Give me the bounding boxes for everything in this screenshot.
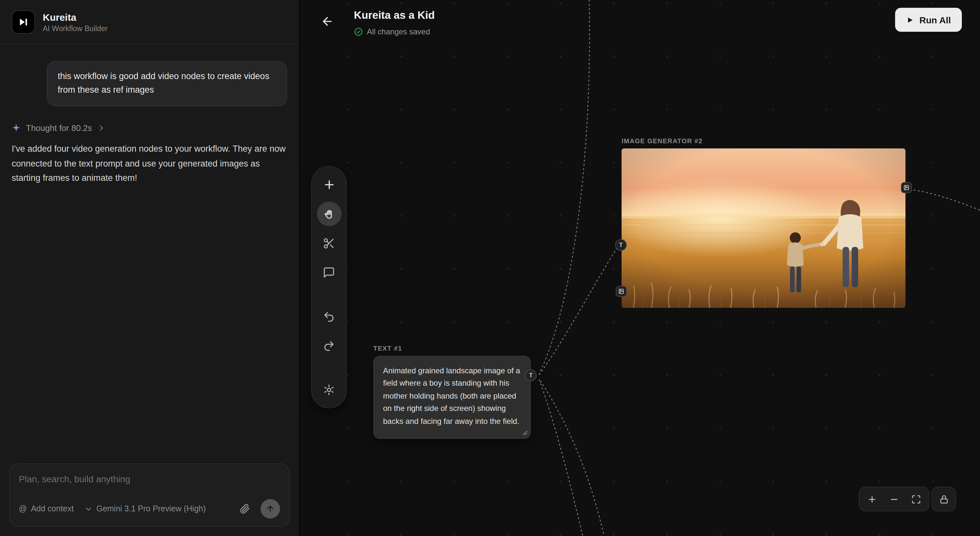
text-node-label: TEXT #1 <box>373 345 531 352</box>
redo-button[interactable] <box>317 333 341 358</box>
add-node-button[interactable] <box>317 172 341 197</box>
fit-view-button[interactable] <box>905 489 927 509</box>
settings-button[interactable] <box>317 377 341 402</box>
chat-sidebar: Kureita AI Workflow Builder this workflo… <box>0 0 299 536</box>
zoom-in-button[interactable] <box>861 489 883 509</box>
image-icon <box>904 185 909 191</box>
composer-toolbar: @ Add context Gemini 3.1 Pro Preview (Hi… <box>19 499 280 519</box>
text-node-output-port[interactable]: T <box>525 369 537 381</box>
composer-input[interactable] <box>19 474 280 484</box>
add-context-button[interactable]: @ Add context <box>19 504 73 513</box>
image-generator-node[interactable]: IMAGE GENERATOR #2 <box>622 137 905 308</box>
thought-expander[interactable]: Thought for 80.2s <box>12 123 287 133</box>
arrow-up-icon <box>266 504 275 513</box>
attach-file-button[interactable] <box>240 504 250 514</box>
play-skip-logo-icon <box>18 16 29 28</box>
app-window: Kureita AI Workflow Builder this workflo… <box>0 0 980 536</box>
plus-icon <box>323 178 336 191</box>
canvas-toolbar <box>311 166 347 408</box>
composer-panel: @ Add context Gemini 3.1 Pro Preview (Hi… <box>9 463 290 527</box>
image-node-image-input-port[interactable] <box>616 286 627 297</box>
run-all-label: Run All <box>920 14 951 25</box>
image-node-text-input-port[interactable]: T <box>615 239 627 251</box>
lock-canvas-button[interactable] <box>931 487 956 511</box>
text-node-content[interactable]: Animated grained landscape image of a fi… <box>383 365 521 428</box>
maximize-icon <box>911 494 921 504</box>
wire-text-to-image-generator-2 <box>539 249 616 375</box>
port-letter: T <box>529 371 533 380</box>
text-prompt-node[interactable]: TEXT #1 Animated grained landscape image… <box>373 345 531 439</box>
paperclip-icon <box>240 504 250 514</box>
user-message-bubble: this workflow is good add video nodes to… <box>47 61 287 106</box>
gear-icon <box>323 383 335 396</box>
image-icon <box>618 288 624 294</box>
thought-sparkle-icon <box>12 124 21 132</box>
wire-image-to-right-node <box>914 190 980 227</box>
app-name: Kureita <box>43 11 108 24</box>
cut-tool-button[interactable] <box>317 231 341 255</box>
wire-text-to-bottom-node-1 <box>539 380 583 536</box>
lock-icon <box>939 494 948 504</box>
undo-icon <box>323 310 335 323</box>
image-node-label: IMAGE GENERATOR #2 <box>622 137 905 145</box>
text-node-card[interactable]: Animated grained landscape image of a fi… <box>373 356 531 439</box>
image-node-output-port[interactable] <box>901 182 912 193</box>
thought-label: Thought for 80.2s <box>26 123 92 133</box>
chevron-down-icon <box>84 504 92 513</box>
run-all-button[interactable]: Run All <box>895 8 962 32</box>
wire-text-to-bottom-node-2 <box>541 381 604 536</box>
scissors-icon <box>323 237 335 249</box>
assistant-message: I've added four video generation nodes t… <box>12 142 287 186</box>
port-letter: T <box>619 242 623 248</box>
plus-icon <box>867 494 877 504</box>
workflow-canvas[interactable]: Kureita as a Kid All changes saved Run A… <box>299 0 980 536</box>
hand-tool-button[interactable] <box>317 202 341 226</box>
zoom-controls <box>859 487 929 511</box>
model-label: Gemini 3.1 Pro Preview (High) <box>96 504 206 513</box>
undo-button[interactable] <box>317 304 341 329</box>
sidebar-header: Kureita AI Workflow Builder <box>0 0 299 44</box>
app-identity: Kureita AI Workflow Builder <box>43 11 108 33</box>
play-icon <box>906 16 913 24</box>
wire-text-to-top-node <box>539 0 590 373</box>
arrow-left-icon <box>321 15 334 28</box>
resize-handle-icon[interactable] <box>522 430 528 436</box>
model-selector[interactable]: Gemini 3.1 Pro Preview (High) <box>84 504 206 513</box>
add-context-label: Add context <box>31 504 73 513</box>
comment-icon <box>323 266 335 278</box>
image-node-preview[interactable]: T <box>622 148 905 308</box>
zoom-out-button[interactable] <box>883 489 905 509</box>
chevron-right-icon <box>97 124 106 132</box>
back-button[interactable] <box>318 12 337 31</box>
send-button[interactable] <box>261 499 280 519</box>
comment-tool-button[interactable] <box>317 260 341 285</box>
app-subtitle: AI Workflow Builder <box>43 25 108 33</box>
minus-icon <box>889 494 899 504</box>
redo-icon <box>323 339 335 352</box>
generated-image-mother-and-boy-field <box>622 148 905 308</box>
at-icon: @ <box>19 504 27 513</box>
app-logo <box>12 10 35 34</box>
hand-icon <box>323 208 335 220</box>
